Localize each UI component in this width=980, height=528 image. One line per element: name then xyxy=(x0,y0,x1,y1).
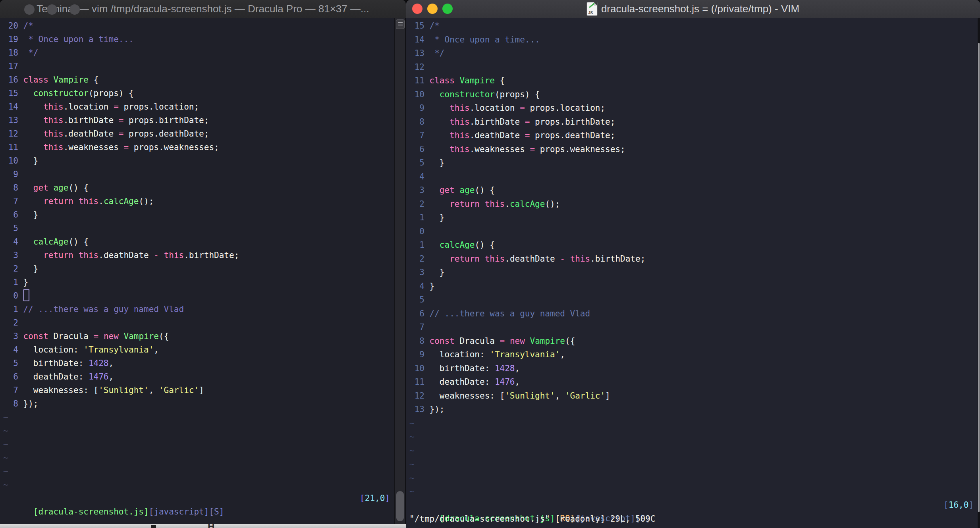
code-line[interactable]: 6// ...there was a guy named Vlad xyxy=(409,307,968,321)
code-line[interactable]: 14 * Once upon a time... xyxy=(409,33,968,47)
code-line[interactable]: 17 xyxy=(3,60,394,73)
code-line[interactable]: 3 get age() { xyxy=(409,183,968,197)
code-line[interactable]: 8}); xyxy=(3,397,394,410)
code-token: new xyxy=(104,331,119,341)
code-line[interactable]: 13 this.birthDate = props.birthDate; xyxy=(3,114,394,127)
code-line[interactable]: 10 birthDate: 1428, xyxy=(409,362,968,376)
code-line[interactable]: 19 * Once upon a time... xyxy=(3,33,394,46)
code-line[interactable]: 5 } xyxy=(409,156,968,170)
code-line[interactable]: 3 } xyxy=(409,266,968,279)
code-line[interactable]: 3 return this.deathDate - this.birthDate… xyxy=(3,249,394,262)
code-line[interactable]: 2 return this.deathDate - this.birthDate… xyxy=(409,252,968,266)
code-line[interactable]: 20/* xyxy=(3,19,394,33)
code-line[interactable]: 2 } xyxy=(3,262,394,276)
code-line[interactable]: 12 this.deathDate = props.deathDate; xyxy=(3,127,394,141)
code-token: .birthDate xyxy=(64,116,119,125)
code-token: constructor xyxy=(440,90,495,99)
code-token: = xyxy=(114,102,119,112)
terminal-titlebar[interactable]: Terminal — vim /tmp/dracula-screenshot.j… xyxy=(0,0,406,18)
code-line[interactable]: 10 constructor(props) { xyxy=(409,88,968,102)
code-token: .deathDate xyxy=(470,131,525,140)
code-line[interactable]: 15 constructor(props) { xyxy=(3,87,394,100)
vim-buffer-area[interactable]: 20/*19 * Once upon a time...18 */1716cla… xyxy=(0,18,406,524)
scrollbar-thumb[interactable] xyxy=(396,491,404,521)
code-line[interactable]: 8 get age() { xyxy=(3,181,394,195)
code-line[interactable]: 5 xyxy=(3,222,394,235)
terminal-marks-icon[interactable] xyxy=(396,19,405,29)
code-line[interactable]: 13 */ xyxy=(409,46,968,60)
close-button-icon[interactable] xyxy=(24,4,35,15)
code-line[interactable]: 0 xyxy=(409,225,968,239)
tilde-marker: ~ xyxy=(409,459,415,469)
code-line[interactable]: 15/* xyxy=(409,19,968,33)
minimize-button-icon[interactable] xyxy=(427,4,438,14)
code-line[interactable]: 8 this.birthDate = props.birthDate; xyxy=(409,115,968,129)
code-token: this xyxy=(43,129,64,139)
code-line[interactable]: 7 weaknesses: ['Sunlight', 'Garlic'] xyxy=(3,383,394,397)
zoom-button-icon[interactable] xyxy=(442,4,453,14)
code-line[interactable]: 9 location: 'Transylvania', xyxy=(409,348,968,362)
code-line[interactable]: 11class Vampire { xyxy=(409,74,968,88)
code-line[interactable]: 4} xyxy=(409,279,968,293)
code-token: Dracula xyxy=(455,336,500,346)
code-line[interactable]: 13}); xyxy=(409,403,968,416)
code-line[interactable]: 9 this.location = props.location; xyxy=(409,101,968,115)
code-line[interactable]: 2 return this.calcAge(); xyxy=(409,197,968,211)
code-token: } xyxy=(23,210,39,220)
code-line[interactable]: 7 xyxy=(409,320,968,334)
code-line[interactable]: 12 weaknesses: ['Sunlight', 'Garlic'] xyxy=(409,389,968,403)
code-token: (props) { xyxy=(495,90,540,99)
code-line[interactable]: 6 deathDate: 1476, xyxy=(3,370,394,383)
code-line[interactable]: 10 } xyxy=(3,154,394,168)
tilde-row: ~ xyxy=(3,464,394,478)
code-token: Vampire xyxy=(123,331,159,341)
code-line[interactable]: 9 xyxy=(3,168,394,181)
macvim-titlebar[interactable]: JS dracula-screenshot.js = (/private/tmp… xyxy=(406,0,980,18)
code-line[interactable]: 2 xyxy=(3,316,394,330)
code-line[interactable]: 1 } xyxy=(409,211,968,225)
code-line[interactable]: 7 this.deathDate = props.deathDate; xyxy=(409,129,968,143)
code-line[interactable]: 6 this.weaknesses = props.weaknesses; xyxy=(409,143,968,156)
terminal-scrollbar[interactable] xyxy=(394,18,406,524)
code-line[interactable]: 7 return this.calcAge(); xyxy=(3,195,394,208)
code-line[interactable]: 4 calcAge() { xyxy=(3,235,394,249)
code-token: , xyxy=(560,350,565,359)
minimize-button-icon[interactable] xyxy=(47,4,57,15)
macvim-scrollbar[interactable] xyxy=(978,18,980,528)
code-line[interactable]: 11 this.weaknesses = props.weaknesses; xyxy=(3,141,394,154)
zoom-button-icon[interactable] xyxy=(69,4,80,15)
line-number: 19 xyxy=(3,33,18,46)
line-number: 4 xyxy=(409,170,424,184)
code-line[interactable]: 1} xyxy=(3,276,394,289)
code-token: weaknesses: [ xyxy=(23,385,99,395)
code-token xyxy=(455,76,460,85)
code-token: deathDate: xyxy=(23,372,89,382)
line-number: 14 xyxy=(409,33,424,47)
code-token xyxy=(480,254,485,264)
code-line[interactable]: 4 location: 'Transylvania', xyxy=(3,343,394,356)
line-number: 1 xyxy=(3,303,18,316)
code-token: ] xyxy=(605,391,610,401)
code-line[interactable]: 16class Vampire { xyxy=(3,73,394,87)
code-line[interactable]: 12 xyxy=(409,60,968,74)
code-token: this xyxy=(449,103,470,113)
code-token: , xyxy=(149,385,159,395)
close-button-icon[interactable] xyxy=(412,4,422,14)
line-number: 9 xyxy=(409,101,424,115)
scrollbar-thumb[interactable] xyxy=(978,43,980,512)
code-line[interactable]: 18 */ xyxy=(3,46,394,60)
code-line[interactable]: 8const Dracula = new Vampire({ xyxy=(409,334,968,348)
code-token: , xyxy=(515,364,520,373)
code-line[interactable]: 5 xyxy=(409,293,968,307)
vim-buffer-area[interactable]: 15/*14 * Once upon a time...13 */1211cla… xyxy=(406,18,980,528)
code-line[interactable]: 1// ...there was a guy named Vlad xyxy=(3,303,394,316)
code-line[interactable]: 1 calcAge() { xyxy=(409,238,968,252)
code-line[interactable]: 0 xyxy=(3,289,394,303)
code-line[interactable]: 3const Dracula = new Vampire({ xyxy=(3,330,394,343)
code-line[interactable]: 11 deathDate: 1476, xyxy=(409,375,968,389)
line-number: 14 xyxy=(3,100,18,114)
code-line[interactable]: 14 this.location = props.location; xyxy=(3,100,394,114)
code-line[interactable]: 6 } xyxy=(3,208,394,222)
code-line[interactable]: 5 birthDate: 1428, xyxy=(3,356,394,370)
code-line[interactable]: 4 xyxy=(409,170,968,184)
